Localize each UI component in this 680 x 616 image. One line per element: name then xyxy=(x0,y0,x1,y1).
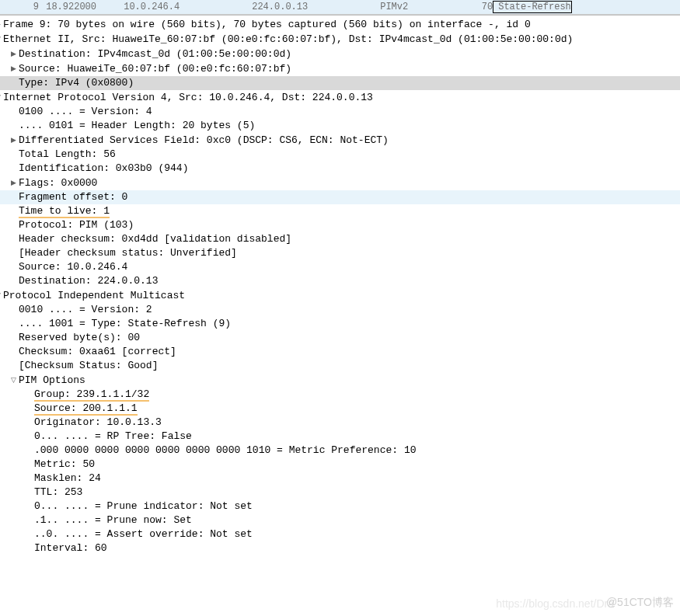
pim-prune-indicator[interactable]: 0... .... = Prune indicator: Not set xyxy=(0,499,680,513)
pim-options[interactable]: ▽PIM Options xyxy=(0,373,680,388)
ip-ttl[interactable]: Time to live: 1 xyxy=(0,204,680,218)
col-time: 18.922000 xyxy=(46,2,124,12)
eth-type[interactable]: Type: IPv4 (0x0800) xyxy=(0,76,680,90)
pim-type[interactable]: .... 1001 = Type: State-Refresh (9) xyxy=(0,317,680,331)
expand-icon[interactable]: ▶ xyxy=(0,17,2,31)
expand-icon[interactable]: ▶ xyxy=(9,61,17,75)
pim-source[interactable]: Source: 200.1.1.1 xyxy=(0,402,680,416)
eth-destination[interactable]: ▶Destination: IPv4mcast_0d (01:00:5e:00:… xyxy=(0,47,680,61)
expand-icon[interactable]: ▶ xyxy=(9,133,17,147)
ip-version[interactable]: 0100 .... = Version: 4 xyxy=(0,105,680,119)
packet-details-pane[interactable]: ▶Frame 9: 70 bytes on wire (560 bits), 7… xyxy=(0,15,680,555)
pim-checksum-status[interactable]: [Checksum Status: Good] xyxy=(0,359,680,373)
ip-protocol[interactable]: Protocol: PIM (103) xyxy=(0,218,680,232)
ethernet-summary[interactable]: ▽Ethernet II, Src: HuaweiTe_60:07:bf (00… xyxy=(0,32,680,47)
collapse-icon[interactable]: ▽ xyxy=(0,288,2,302)
pim-metric-preference[interactable]: .000 0000 0000 0000 0000 0000 0000 1010 … xyxy=(0,444,680,458)
ip-summary[interactable]: ▽Internet Protocol Version 4, Src: 10.0.… xyxy=(0,90,680,105)
col-length: 70 xyxy=(466,2,493,12)
ip-fragment-offset[interactable]: Fragment offset: 0 xyxy=(0,190,680,204)
frame-summary[interactable]: ▶Frame 9: 70 bytes on wire (560 bits), 7… xyxy=(0,17,680,32)
ip-flags[interactable]: ▶Flags: 0x0000 xyxy=(0,176,680,190)
ip-total-length[interactable]: Total Length: 56 xyxy=(0,148,680,162)
expand-icon[interactable]: ▶ xyxy=(9,176,17,190)
collapse-icon[interactable]: ▽ xyxy=(9,373,17,387)
watermark-url: https://blog.csdn.net/Dra xyxy=(496,597,614,610)
expand-icon[interactable]: ▶ xyxy=(9,47,17,61)
collapse-icon[interactable]: ▽ xyxy=(0,32,2,46)
ip-source[interactable]: Source: 10.0.246.4 xyxy=(0,260,680,274)
eth-source[interactable]: ▶Source: HuaweiTe_60:07:bf (00:e0:fc:60:… xyxy=(0,61,680,76)
collapse-icon[interactable]: ▽ xyxy=(0,90,2,104)
packet-list-row[interactable]: 9 18.922000 10.0.246.4 224.0.0.13 PIMv2 … xyxy=(0,0,680,15)
pim-summary[interactable]: ▽Protocol Independent Multicast xyxy=(0,288,680,303)
watermark: @51CTO博客 xyxy=(606,596,674,610)
pim-metric[interactable]: Metric: 50 xyxy=(0,458,680,472)
pim-group[interactable]: Group: 239.1.1.1/32 xyxy=(0,388,680,402)
pim-prune-now[interactable]: .1.. .... = Prune now: Set xyxy=(0,513,680,527)
pim-ttl[interactable]: TTL: 253 xyxy=(0,485,680,499)
ip-identification[interactable]: Identification: 0x03b0 (944) xyxy=(0,162,680,176)
col-source: 10.0.246.4 xyxy=(124,2,252,12)
col-info: State-Refresh xyxy=(493,1,572,13)
pim-masklen[interactable]: Masklen: 24 xyxy=(0,472,680,485)
col-number: 9 xyxy=(0,2,40,12)
pim-rp-tree[interactable]: 0... .... = RP Tree: False xyxy=(0,430,680,444)
pim-originator[interactable]: Originator: 10.0.13.3 xyxy=(0,416,680,430)
pim-interval[interactable]: Interval: 60 xyxy=(0,541,680,555)
pim-assert-override[interactable]: ..0. .... = Assert override: Not set xyxy=(0,527,680,541)
pim-version[interactable]: 0010 .... = Version: 2 xyxy=(0,303,680,317)
ip-header-length[interactable]: .... 0101 = Header Length: 20 bytes (5) xyxy=(0,119,680,133)
ip-destination[interactable]: Destination: 224.0.0.13 xyxy=(0,274,680,288)
pim-checksum[interactable]: Checksum: 0xaa61 [correct] xyxy=(0,345,680,359)
ip-header-checksum-status[interactable]: [Header checksum status: Unverified] xyxy=(0,246,680,260)
col-destination: 224.0.0.13 xyxy=(252,2,380,12)
col-protocol: PIMv2 xyxy=(380,2,466,12)
ip-header-checksum[interactable]: Header checksum: 0xd4dd [validation disa… xyxy=(0,232,680,246)
pim-reserved[interactable]: Reserved byte(s): 00 xyxy=(0,331,680,345)
ip-dsf[interactable]: ▶Differentiated Services Field: 0xc0 (DS… xyxy=(0,133,680,148)
